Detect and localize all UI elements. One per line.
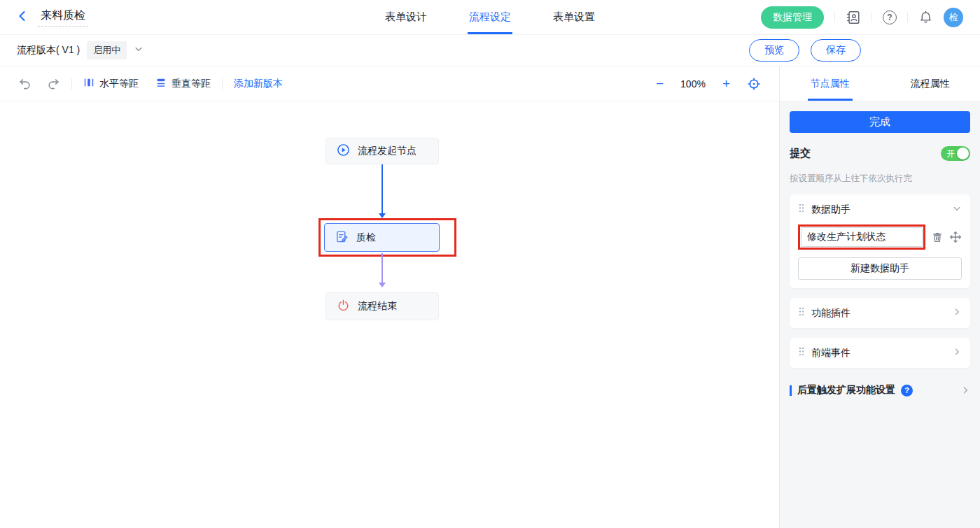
execution-order-hint: 按设置顺序从上往下依次执行完 bbox=[790, 173, 970, 185]
canvas-toolbar: 水平等距 垂直等距 添加新版本 − 100% + bbox=[0, 66, 779, 101]
chevron-right-icon[interactable] bbox=[952, 307, 962, 320]
user-avatar[interactable]: 检 bbox=[944, 8, 963, 27]
node-label: 流程发起节点 bbox=[358, 145, 416, 157]
section-title: 前端事件 bbox=[811, 347, 946, 359]
vertical-spacing-button[interactable]: 垂直等距 bbox=[155, 77, 211, 90]
drag-handle-icon[interactable] bbox=[798, 203, 805, 216]
tab-node-properties[interactable]: 节点属性 bbox=[780, 66, 880, 101]
done-button[interactable]: 完成 bbox=[790, 111, 970, 133]
zoom-in-button[interactable]: + bbox=[722, 77, 730, 90]
connector-arrowhead bbox=[379, 213, 386, 218]
add-new-version-link[interactable]: 添加新版本 bbox=[234, 78, 283, 90]
submit-toggle[interactable]: 开 bbox=[941, 146, 970, 161]
section-title: 数据助手 bbox=[811, 204, 946, 216]
node-label: 质检 bbox=[356, 231, 376, 244]
connector-line bbox=[382, 253, 383, 284]
move-icon[interactable] bbox=[949, 231, 962, 243]
toggle-state-label: 开 bbox=[946, 148, 955, 160]
tab-label: 流程属性 bbox=[911, 78, 950, 90]
tab-form-setting[interactable]: 表单设置 bbox=[553, 0, 595, 34]
toggle-knob bbox=[957, 148, 969, 159]
version-dropdown[interactable] bbox=[134, 44, 144, 57]
delete-trash-icon[interactable] bbox=[931, 231, 944, 243]
app-header: 来料质检 表单设计 流程设定 表单设置 数据管理 ? bbox=[0, 0, 980, 35]
data-manage-button[interactable]: 数据管理 bbox=[761, 6, 824, 29]
new-data-assistant-button[interactable]: 新建数据助手 bbox=[798, 257, 962, 280]
plugin-card: 功能插件 bbox=[790, 298, 970, 328]
divider bbox=[907, 12, 908, 22]
frontend-event-card: 前端事件 bbox=[790, 338, 970, 368]
chevron-right-icon bbox=[960, 385, 970, 395]
tab-label: 表单设置 bbox=[553, 10, 595, 24]
drag-handle-icon[interactable] bbox=[798, 306, 805, 320]
node-label: 流程结束 bbox=[358, 300, 397, 313]
save-button[interactable]: 保存 bbox=[811, 39, 861, 62]
data-assistant-item-input[interactable] bbox=[801, 227, 923, 247]
header-tabs: 表单设计 流程设定 表单设置 bbox=[385, 0, 595, 34]
process-version-label: 流程版本( V1 ) bbox=[17, 44, 80, 57]
tab-label: 节点属性 bbox=[811, 78, 850, 90]
undo-button[interactable] bbox=[18, 77, 31, 90]
data-assistant-card: 数据助手 bbox=[790, 194, 970, 288]
status-badge: 启用中 bbox=[87, 41, 127, 59]
flow-end-node[interactable]: 流程结束 bbox=[326, 292, 439, 320]
red-annotation-box bbox=[798, 224, 925, 250]
tab-label: 流程设定 bbox=[469, 10, 511, 24]
accent-bar bbox=[790, 385, 792, 396]
chevron-right-icon[interactable] bbox=[952, 347, 962, 359]
tab-label: 表单设计 bbox=[385, 10, 427, 24]
play-circle-icon bbox=[337, 143, 350, 159]
help-glyph: ? bbox=[904, 386, 909, 394]
post-trigger-label: 后置触发扩展功能设置 bbox=[797, 384, 895, 397]
contacts-book-icon[interactable] bbox=[846, 10, 861, 25]
version-bar: 流程版本( V1 ) 启用中 预览 保存 bbox=[0, 35, 980, 66]
section-title: 功能插件 bbox=[811, 307, 946, 320]
data-assistant-header[interactable]: 数据助手 bbox=[798, 203, 962, 216]
horizontal-spacing-icon bbox=[83, 77, 94, 90]
help-glyph: ? bbox=[887, 13, 892, 22]
divider bbox=[71, 78, 72, 90]
redo-button[interactable] bbox=[47, 77, 60, 90]
divider bbox=[834, 12, 835, 22]
power-icon bbox=[337, 299, 350, 314]
form-edit-icon bbox=[335, 230, 349, 245]
flow-canvas[interactable]: 流程发起节点 质检 bbox=[0, 101, 779, 528]
properties-panel: 节点属性 流程属性 完成 提交 开 按设置顺序从上往下依次执行完 bbox=[779, 66, 980, 528]
zoom-out-button[interactable]: − bbox=[656, 77, 664, 90]
chevron-left-icon bbox=[17, 10, 28, 24]
tab-form-design[interactable]: 表单设计 bbox=[385, 0, 427, 34]
chevron-down-icon[interactable] bbox=[952, 204, 962, 216]
tab-process-setting[interactable]: 流程设定 bbox=[469, 0, 511, 34]
post-trigger-settings[interactable]: 后置触发扩展功能设置 ? bbox=[790, 384, 970, 397]
connector-arrowhead bbox=[379, 283, 386, 287]
vertical-spacing-label: 垂直等距 bbox=[172, 78, 211, 90]
frontend-event-header[interactable]: 前端事件 bbox=[798, 346, 962, 359]
plugin-header[interactable]: 功能插件 bbox=[798, 306, 962, 320]
horizontal-spacing-label: 水平等距 bbox=[99, 78, 139, 90]
connector-line bbox=[382, 164, 383, 215]
tab-process-properties[interactable]: 流程属性 bbox=[880, 66, 980, 101]
vertical-spacing-icon bbox=[155, 77, 167, 90]
divider bbox=[222, 78, 223, 90]
zoom-level: 100% bbox=[680, 78, 706, 90]
horizontal-spacing-button[interactable]: 水平等距 bbox=[83, 77, 139, 90]
flow-start-node[interactable]: 流程发起节点 bbox=[326, 138, 439, 164]
notification-bell-icon[interactable] bbox=[918, 10, 933, 24]
page-title[interactable]: 来料质检 bbox=[38, 8, 88, 27]
chevron-down-icon bbox=[134, 44, 144, 57]
submit-label: 提交 bbox=[790, 147, 811, 160]
divider bbox=[872, 12, 872, 22]
drag-handle-icon[interactable] bbox=[798, 346, 805, 359]
help-icon[interactable]: ? bbox=[883, 10, 897, 24]
back-button[interactable] bbox=[17, 10, 28, 24]
qc-node[interactable]: 质检 bbox=[324, 223, 440, 252]
preview-button[interactable]: 预览 bbox=[749, 39, 799, 62]
locate-center-icon[interactable] bbox=[747, 77, 761, 91]
help-badge-icon[interactable]: ? bbox=[901, 385, 913, 397]
